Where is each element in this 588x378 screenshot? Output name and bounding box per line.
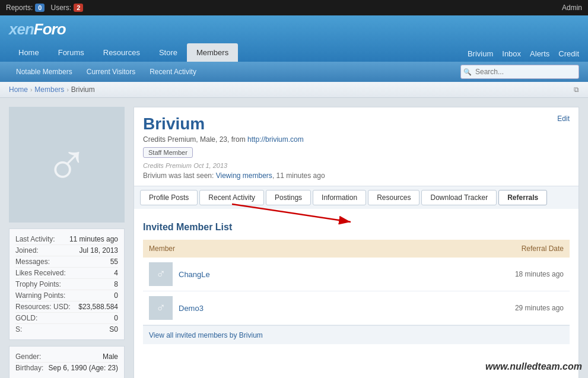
users-item: Users: 2: [50, 4, 83, 12]
male-symbol-icon: ♂: [45, 131, 89, 199]
reports-label: Reports:: [6, 4, 33, 12]
birthday-label: Birthday:: [15, 364, 43, 372]
bc-home[interactable]: Home: [9, 85, 28, 94]
profile-sidebar: ♂ Last Activity: 11 minutes ago Joined: …: [9, 107, 125, 378]
sub-nav-activity[interactable]: Recent Activity: [142, 63, 204, 81]
stat-joined: Joined: Jul 18, 2013: [15, 245, 118, 256]
tab-profile-posts[interactable]: Profile Posts: [140, 190, 198, 205]
stat-value-8: S0: [109, 325, 118, 333]
nav-link-credit[interactable]: Credit: [558, 49, 579, 58]
stat-label-2: Messages:: [15, 258, 50, 266]
nav-tab-home[interactable]: Home: [9, 43, 49, 62]
tab-recent-activity[interactable]: Recent Activity: [199, 190, 264, 205]
tab-information[interactable]: Information: [313, 190, 366, 205]
logo-xen: xen: [9, 20, 34, 38]
last-seen-time: 11 minutes ago: [276, 171, 325, 180]
birthday-row: Birthday: Sep 6, 1990 (Age: 23): [15, 363, 118, 373]
breadcrumb: Home › Members › Brivium: [9, 85, 95, 94]
nav-tab-members[interactable]: Members: [187, 43, 238, 62]
last-seen: Brivium was last seen: Viewing members, …: [134, 171, 579, 180]
edit-link[interactable]: Edit: [557, 115, 570, 123]
breadcrumb-bar: Home › Members › Brivium ⧉: [0, 82, 588, 98]
stat-warning: Warning Points: 0: [15, 290, 118, 301]
invited-title: Invited Member List: [143, 216, 570, 233]
member-cell-2: ♂ Demo3: [143, 291, 376, 325]
reports-item: Reports: 0: [6, 4, 45, 12]
view-all-row: View all invited members by Brivium: [143, 325, 570, 344]
table-row: ♂ Demo3 29 minutes ago: [143, 291, 570, 325]
gender-box: Gender: Male Birthday: Sep 6, 1990 (Age:…: [9, 346, 125, 378]
sub-nav: Notable Members Current Visitors Recent …: [0, 62, 588, 82]
users-label: Users:: [50, 4, 71, 12]
search-input[interactable]: [460, 65, 579, 79]
stat-resources: Resources: USD: $23,588.584: [15, 301, 118, 313]
stat-last-activity: Last Activity: 11 minutes ago: [15, 234, 118, 245]
stat-value-4: 8: [114, 280, 118, 288]
gender-value: Male: [103, 352, 118, 361]
watermark: www.nulledteam.com: [485, 361, 582, 372]
nav-tab-forums[interactable]: Forums: [49, 43, 94, 62]
search-wrap[interactable]: [460, 65, 579, 79]
profile-subtitle: Credits Premium, Male, 23, from http://b…: [143, 135, 570, 144]
ref-date-2: 29 minutes ago: [376, 291, 570, 325]
stat-label-6: Resources: USD:: [15, 303, 71, 311]
profile-header: Brivium Credits Premium, Male, 23, from …: [134, 107, 579, 170]
nav-link-alerts[interactable]: Alerts: [530, 49, 549, 58]
member-avatar-symbol-2: ♂: [156, 300, 166, 316]
avatar: ♂: [9, 107, 125, 223]
external-link-icon[interactable]: ⧉: [574, 85, 579, 94]
member-name-1[interactable]: ChangLe: [179, 270, 210, 279]
nav-link-inbox[interactable]: Inbox: [502, 49, 521, 58]
member-name-2[interactable]: Demo3: [179, 304, 204, 313]
last-seen-activity[interactable]: Viewing members: [216, 171, 272, 180]
main-nav-right: Brivium Inbox Alerts Credit: [468, 49, 579, 62]
birthday-value: Sep 6, 1990 (Age: 23): [49, 364, 118, 372]
main-nav-tabs: Home Forums Resources Store Members: [9, 43, 238, 62]
nav-tab-store[interactable]: Store: [150, 43, 187, 62]
tab-resources[interactable]: Resources: [368, 190, 419, 205]
nav-tab-resources[interactable]: Resources: [94, 43, 150, 62]
profile-website[interactable]: http://brivium.com: [247, 135, 304, 144]
nav-link-brivium[interactable]: Brivium: [468, 49, 493, 58]
tab-postings[interactable]: Postings: [266, 190, 311, 205]
member-table-body: ♂ ChangLe 18 minutes ago ♂: [143, 258, 570, 325]
stat-value-6: $23,588.584: [78, 303, 118, 311]
stats-box: Last Activity: 11 minutes ago Joined: Ju…: [9, 228, 125, 340]
bc-current: Brivium: [71, 85, 95, 94]
stat-gold: GOLD: 0: [15, 313, 118, 324]
usertitle-text: Credits Premium: [143, 162, 192, 169]
stat-messages: Messages: 55: [15, 256, 118, 268]
sub-nav-visitors[interactable]: Current Visitors: [80, 63, 142, 81]
stat-value-7: 0: [114, 314, 118, 322]
stat-value-3: 4: [114, 269, 118, 277]
member-cell-inner-1: ♂ ChangLe: [143, 258, 376, 291]
view-all-link[interactable]: View all invited members by Brivium: [149, 331, 263, 339]
stat-value-0: 11 minutes ago: [69, 235, 118, 243]
header: xenForo Home Forums Resources Store Memb…: [0, 15, 588, 62]
table-header-row: Member Referral Date: [143, 240, 570, 258]
tab-referrals[interactable]: Referrals: [498, 190, 547, 205]
users-badge[interactable]: 2: [74, 4, 83, 12]
admin-bar: Reports: 0 Users: 2 Admin: [0, 0, 588, 15]
sub-nav-notable[interactable]: Notable Members: [9, 63, 80, 81]
tab-download-tracker[interactable]: Download Tracker: [421, 190, 497, 205]
stat-label-1: Joined:: [15, 246, 39, 255]
content: ♂ Last Activity: 11 minutes ago Joined: …: [0, 98, 588, 378]
profile-main: Brivium Credits Premium, Male, 23, from …: [134, 107, 579, 378]
profile-username: Brivium: [143, 115, 570, 134]
admin-bar-left: Reports: 0 Users: 2: [6, 4, 83, 12]
col-referral-date: Referral Date: [376, 240, 570, 258]
reports-badge[interactable]: 0: [35, 4, 45, 12]
gender-row: Gender: Male: [15, 351, 118, 363]
logo[interactable]: xenForo: [9, 20, 66, 39]
stat-value-1: Jul 18, 2013: [80, 246, 118, 255]
main-nav: xenForo: [9, 20, 579, 43]
sub-nav-items: Notable Members Current Visitors Recent …: [9, 63, 204, 81]
member-avatar-symbol-1: ♂: [156, 266, 166, 282]
bc-sep-1: ›: [30, 87, 32, 93]
stat-trophy: Trophy Points: 8: [15, 279, 118, 290]
bc-sep-2: ›: [66, 87, 68, 93]
member-cell-1: ♂ ChangLe: [143, 258, 376, 291]
bc-members[interactable]: Members: [34, 85, 64, 94]
stat-s: S: S0: [15, 324, 118, 335]
